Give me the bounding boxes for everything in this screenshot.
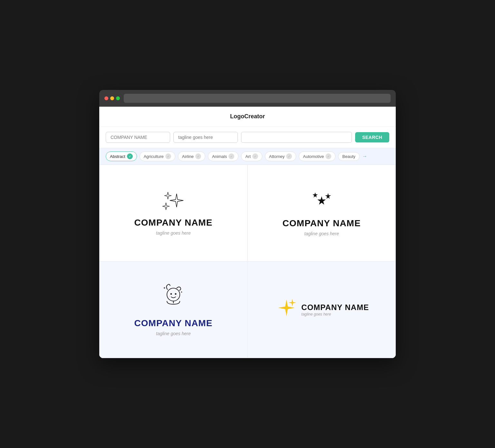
inactive-check-icon: ✓ <box>286 153 292 159</box>
logo-card-4[interactable]: COMPANY NAME tagline goes here <box>248 261 396 358</box>
tagline-input[interactable] <box>173 132 238 143</box>
traffic-lights <box>104 96 120 100</box>
svg-text:✦: ✦ <box>163 286 166 290</box>
category-label: Animals <box>212 154 227 159</box>
yellow-sparkle-icon <box>274 297 297 321</box>
category-chip-automotive[interactable]: Automotive ✓ <box>299 151 335 161</box>
logo-company-name: COMPANY NAME <box>134 318 213 328</box>
category-label: Attorney <box>269 154 285 159</box>
address-bar[interactable] <box>124 94 391 103</box>
logo-card-1[interactable]: COMPANY NAME tagline goes here <box>99 165 248 261</box>
minimize-button[interactable] <box>110 96 114 100</box>
category-label: Agriculture <box>144 154 164 159</box>
category-chip-airline[interactable]: Airline ✓ <box>178 151 205 161</box>
inactive-check-icon: ✓ <box>325 153 331 159</box>
logo-company-name: COMPANY NAME <box>134 218 213 228</box>
inactive-check-icon: ✓ <box>252 153 258 159</box>
category-chip-art[interactable]: Art ✓ <box>241 151 262 161</box>
app-header: LogoCreator <box>99 107 396 127</box>
category-next-icon[interactable]: → <box>362 153 367 159</box>
logo-tagline: tagline goes here <box>156 230 190 236</box>
logo-tagline: tagline goes here <box>304 231 339 236</box>
search-button[interactable]: SEARCH <box>355 132 389 142</box>
category-label: Abstract <box>110 154 125 159</box>
svg-point-3 <box>167 288 180 301</box>
browser-window: LogoCreator SEARCH Abstract ✓ Agricultur… <box>99 90 396 358</box>
logo-tagline: tagline goes here <box>301 312 369 317</box>
logo-company-name: COMPANY NAME <box>283 218 361 229</box>
close-button[interactable] <box>104 96 108 100</box>
mascot-icon: ✦ ✦ <box>160 283 186 314</box>
logo-grid: COMPANY NAME tagline goes here <box>99 165 396 358</box>
active-check-icon: ✓ <box>127 153 133 159</box>
category-label: Airline <box>182 154 194 159</box>
svg-point-6 <box>169 296 170 297</box>
category-chip-abstract[interactable]: Abstract ✓ <box>106 151 137 161</box>
category-chip-animals[interactable]: Animals ✓ <box>208 151 238 161</box>
svg-marker-1 <box>325 193 331 199</box>
logo-tagline: tagline goes here <box>156 331 190 336</box>
logo-inline-text: COMPANY NAME tagline goes here <box>301 303 369 317</box>
svg-point-7 <box>177 296 178 297</box>
category-label: Art <box>245 154 251 159</box>
category-label: Automotive <box>303 154 324 159</box>
logo-card-2[interactable]: COMPANY NAME tagline goes here <box>248 165 396 261</box>
app-title: LogoCreator <box>230 113 265 120</box>
svg-point-4 <box>170 293 172 295</box>
inactive-check-icon: ✓ <box>228 153 234 159</box>
app-content: LogoCreator SEARCH Abstract ✓ Agricultur… <box>99 107 396 358</box>
category-label: Beauty <box>342 154 355 159</box>
inactive-check-icon: ✓ <box>195 153 201 159</box>
stars-cluster-icon <box>309 190 335 214</box>
svg-marker-2 <box>313 192 318 198</box>
svg-marker-0 <box>317 196 326 205</box>
logo-company-name: COMPANY NAME <box>301 303 369 312</box>
category-chip-attorney[interactable]: Attorney ✓ <box>265 151 296 161</box>
category-chip-beauty[interactable]: Beauty <box>338 152 359 161</box>
company-name-input[interactable] <box>106 132 170 143</box>
browser-chrome <box>99 90 396 107</box>
sparkle-icon <box>159 190 188 213</box>
keyword-input[interactable] <box>241 132 352 143</box>
inactive-check-icon: ✓ <box>165 153 171 159</box>
search-bar: SEARCH <box>99 127 396 148</box>
category-bar: Abstract ✓ Agriculture ✓ Airline ✓ Anima… <box>99 148 396 165</box>
category-chip-agriculture[interactable]: Agriculture ✓ <box>140 151 175 161</box>
svg-text:✦: ✦ <box>180 291 183 294</box>
svg-point-5 <box>175 293 176 295</box>
logo-card-3[interactable]: ✦ ✦ COMPANY NAME tagline goes here <box>99 261 248 358</box>
maximize-button[interactable] <box>116 96 120 100</box>
